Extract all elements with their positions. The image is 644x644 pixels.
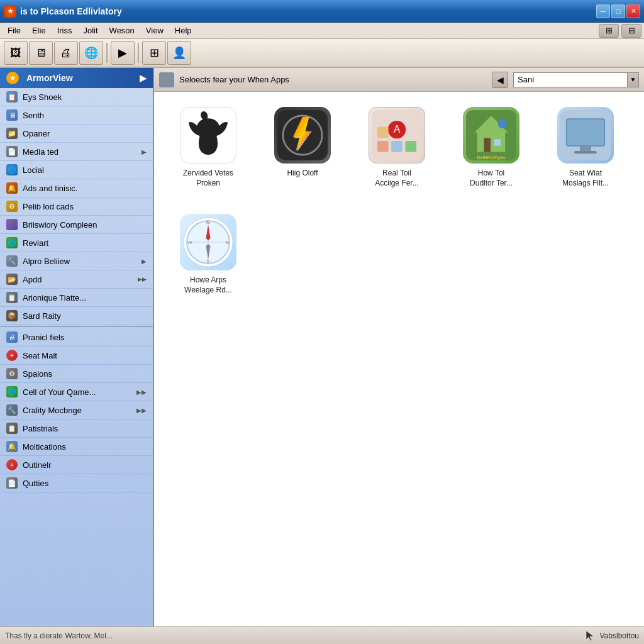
sidebar-item-cell[interactable]: 🌐 Cell of Your Qame... ▶▶ [0, 383, 153, 401]
toolbar-btn-globe[interactable]: 🌐 [79, 41, 103, 65]
sidebar-item-media-ted[interactable]: 📄 Media ted ▶ [0, 143, 153, 161]
menu-weson[interactable]: Weson [104, 25, 140, 36]
back-button[interactable]: ◀ [492, 72, 508, 88]
search-dropdown-button[interactable]: ▼ [627, 73, 638, 87]
sidebar-item-reviarrt[interactable]: 🌐 Reviart [0, 234, 153, 252]
sidebar-icon-outinelr: + [6, 459, 18, 470]
sidebar-label-moltications: Moltications [23, 442, 66, 452]
sidebar-item-patistrials[interactable]: 📋 Patistrials [0, 419, 153, 438]
content-header: Seloects fear your When Apps ◀ ▼ [154, 68, 644, 92]
menu-file[interactable]: File [3, 25, 26, 36]
sidebar-item-apdd[interactable]: 📂 Apdd ▶▶ [0, 270, 153, 289]
sidebar-item-alpro[interactable]: 🔧 Alpro Beliiew ▶ [0, 252, 153, 270]
app-item-zervided[interactable]: Zervided VetesProken [164, 102, 252, 203]
title-bar-left: ★ is to Plcason Edlivlatory [4, 5, 122, 18]
sidebar-label-seat-malt: Seat Malt [23, 351, 57, 360]
sidebar-icon-crality: 🔧 [6, 404, 18, 416]
sidebar-item-locial[interactable]: 🌐 Locial [0, 161, 153, 179]
sidebar-icon-spaions: ⚙ [6, 368, 18, 379]
content-header-label: Seloects fear your When Apps [179, 75, 487, 84]
sidebar-label-eys-shoek: Eys Shoek [23, 92, 62, 102]
app-label-zervided: Zervided VetesProken [183, 169, 233, 188]
sidebar-label-media-ted: Media ted [23, 147, 58, 157]
app-icon-how-tol: DaRtiNOCpes [463, 107, 519, 164]
sidebar: ★ ArmorView ▶ 📋 Eys Shoek 🖥 Senth 📁 Opan… [0, 68, 154, 626]
app-icon-howe-arps: N S W E [180, 214, 236, 270]
sidebar-label-sard: Sard Raity [23, 311, 61, 321]
sidebar-icon-sard: 📦 [6, 310, 18, 321]
sidebar-label-outinelr: Outinelr [23, 460, 52, 470]
app-item-real-toil[interactable]: A Real ToilAcciige Fer... [353, 102, 441, 203]
minimize-button[interactable]: ─ [596, 4, 610, 18]
sidebar-label-spaions: Spaions [23, 369, 52, 379]
app-item-how-tol[interactable]: DaRtiNOCpes How TolDudltor Ter... [447, 102, 535, 203]
toolbar-btn-image[interactable]: 🖼 [4, 41, 28, 65]
app-item-hiig[interactable]: Hiig Oloff [258, 102, 347, 203]
toolbar-extra-btn2[interactable]: ⊟ [621, 24, 641, 38]
sidebar-icon-opaner: 📁 [6, 128, 18, 139]
sidebar-item-qutties[interactable]: 📄 Qutties [0, 474, 153, 492]
sidebar-item-eys-shoek[interactable]: 📋 Eys Shoek [0, 88, 153, 106]
sidebar-arrow-cell: ▶▶ [136, 389, 147, 396]
toolbar-btn-user[interactable]: 👤 [167, 41, 191, 65]
sidebar-label-qutties: Qutties [23, 479, 48, 488]
app-icon-real-toil: A [369, 107, 425, 164]
sidebar-label-ads: Ads and tinisic. [23, 184, 77, 193]
svg-rect-11 [377, 127, 389, 138]
app-item-seat-wiat[interactable]: Seat WiatMoslags Filt... [541, 102, 630, 203]
sidebar-item-outinelr[interactable]: + Outinelr [0, 456, 153, 474]
sidebar-item-moltications[interactable]: 🔔 Moltications [0, 438, 153, 456]
toolbar-extra-btn1[interactable]: ⊞ [599, 24, 619, 38]
sidebar-label-reviarrt: Reviart [23, 238, 48, 248]
sidebar-item-ads[interactable]: 🔔 Ads and tinisic. [0, 179, 153, 197]
svg-text:E: E [226, 240, 229, 245]
sidebar-item-arionique[interactable]: 📋 Arionique Tiatte... [0, 289, 153, 307]
sidebar-label-senth: Senth [23, 111, 44, 120]
sidebar-icon-apdd: 📂 [6, 274, 18, 285]
menu-iriss[interactable]: Iriss [52, 25, 77, 36]
svg-point-17 [498, 119, 507, 128]
svg-text:N: N [206, 219, 210, 225]
sidebar-icon-briiswiory: 🎵 [6, 219, 18, 230]
sidebar-header-arrow: ▶ [140, 73, 147, 83]
svg-marker-34 [586, 631, 594, 641]
menu-jolit[interactable]: Jolit [78, 25, 103, 36]
app-label-hiig: Hiig Oloff [287, 169, 318, 179]
app-icon-zervided [180, 107, 236, 164]
status-text: Thas tly a dierate Wartow, Mel... [5, 631, 113, 640]
sidebar-label-pelib: Pelib lod cads [23, 202, 74, 211]
sidebar-icon-cell: 🌐 [6, 386, 18, 397]
toolbar-btn-monitor[interactable]: 🖥 [29, 41, 53, 65]
sidebar-item-opaner[interactable]: 📁 Opaner [0, 125, 153, 143]
svg-text:DaRtiNOCpes: DaRtiNOCpes [477, 155, 505, 160]
sidebar-item-sard[interactable]: 📦 Sard Raity [0, 307, 153, 325]
toolbar-btn-print[interactable]: 🖨 [54, 41, 78, 65]
menu-view[interactable]: View [141, 25, 169, 36]
sidebar-item-spaions[interactable]: ⚙ Spaions [0, 365, 153, 383]
app-icon: ★ [4, 5, 16, 18]
app-label-real-toil: Real ToilAcciige Fer... [375, 169, 418, 188]
svg-text:W: W [187, 240, 192, 245]
sidebar-label-opaner: Opaner [23, 129, 50, 138]
svg-rect-20 [567, 119, 604, 145]
search-input[interactable] [514, 74, 627, 86]
sidebar-header-label: ArmorView [26, 73, 73, 83]
maximize-button[interactable]: □ [611, 4, 625, 18]
sidebar-item-crality[interactable]: 🔧 Crality Mocbnge ▶▶ [0, 401, 153, 419]
sidebar-item-senth[interactable]: 🖥 Senth [0, 106, 153, 125]
sidebar-item-pranicl[interactable]: 🖨 Pranicl fiels [0, 328, 153, 347]
sidebar-item-briiswiory[interactable]: 🎵 Briiswiory Compleen [0, 216, 153, 234]
close-button[interactable]: ✕ [626, 4, 640, 18]
menu-elie[interactable]: Elie [27, 25, 51, 36]
svg-rect-8 [377, 141, 389, 152]
toolbar-btn-grid[interactable]: ⊞ [142, 41, 166, 65]
sidebar-item-seat-malt[interactable]: + Seat Malt [0, 347, 153, 365]
sidebar-label-apdd: Apdd [23, 275, 42, 284]
menu-bar: File Elie Iriss Jolit Weson View Help ⊞ … [0, 23, 644, 39]
sidebar-item-pelib[interactable]: ⚙ Pelib lod cads [0, 197, 153, 216]
toolbar-btn-play[interactable]: ▶ [111, 41, 135, 65]
sidebar-header[interactable]: ★ ArmorView ▶ [0, 68, 153, 88]
menu-help[interactable]: Help [170, 25, 197, 36]
app-item-howe-arps[interactable]: N S W E Howe ArpsWeelage Rd... [164, 209, 252, 309]
main-container: ★ ArmorView ▶ 📋 Eys Shoek 🖥 Senth 📁 Opan… [0, 68, 644, 626]
